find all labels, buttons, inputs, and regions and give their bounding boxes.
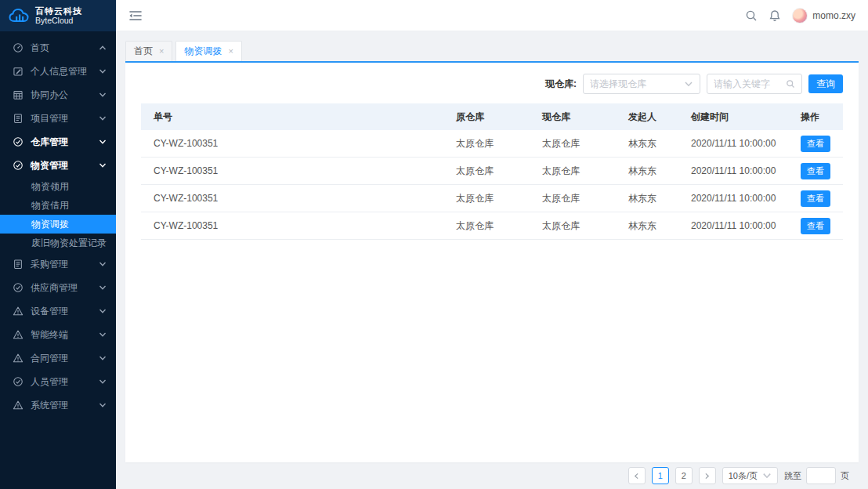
app-window: 百特云科技 ByteCloud 首页个人信息管理协同办公项目管理仓库管理物资管理… bbox=[0, 0, 868, 489]
chevron-down-icon bbox=[762, 471, 772, 480]
sidebar-item-profile[interactable]: 个人信息管理 bbox=[0, 60, 116, 83]
cell-created_at: 2020/11/11 10:00:00 bbox=[678, 138, 788, 149]
main-area: momo.zxy 首页×物资调拨× 现仓库: 请选择现仓库 bbox=[116, 0, 868, 489]
cell-order_no: CY-WZ-100351 bbox=[141, 193, 443, 204]
close-icon[interactable]: × bbox=[228, 47, 233, 56]
cell-to_warehouse: 太原仓库 bbox=[530, 137, 616, 150]
close-icon[interactable]: × bbox=[159, 47, 164, 56]
sidebar-item-terminal[interactable]: 智能终端 bbox=[0, 323, 116, 346]
edit-icon bbox=[13, 66, 24, 77]
jump-prefix-label: 跳至 bbox=[784, 470, 801, 482]
sidebar-item-supplier[interactable]: 供应商管理 bbox=[0, 276, 116, 299]
document-icon bbox=[13, 113, 24, 124]
page-size-value: 10条/页 bbox=[729, 470, 758, 482]
sidebar-item-office[interactable]: 协同办公 bbox=[0, 83, 116, 107]
warning-icon bbox=[13, 306, 24, 317]
chevron-up-icon bbox=[99, 44, 107, 52]
cell-created_at: 2020/11/11 10:00:00 bbox=[678, 220, 788, 231]
page-size-select[interactable]: 10条/页 bbox=[722, 467, 778, 484]
warning-icon bbox=[13, 329, 24, 340]
table-row: CY-WZ-100351太原仓库太原仓库林东东2020/11/11 10:00:… bbox=[141, 158, 843, 185]
cell-from_warehouse: 太原仓库 bbox=[443, 165, 530, 178]
sidebar-subitem-material-receive[interactable]: 物资领用 bbox=[0, 177, 116, 196]
cell-to_warehouse: 太原仓库 bbox=[530, 165, 616, 178]
view-button[interactable]: 查看 bbox=[801, 136, 830, 152]
cell-created_at: 2020/11/11 10:00:00 bbox=[678, 193, 788, 204]
sidebar-menu: 首页个人信息管理协同办公项目管理仓库管理物资管理物资领用物资借用物资调拨废旧物资… bbox=[0, 31, 116, 489]
prev-page-button[interactable] bbox=[628, 467, 646, 484]
sidebar-subitem-material-borrow[interactable]: 物资借用 bbox=[0, 196, 116, 215]
sidebar-item-warehouse[interactable]: 仓库管理 bbox=[0, 130, 116, 154]
cell-initiator: 林东东 bbox=[616, 192, 678, 205]
brand-name-cn: 百特云科技 bbox=[35, 6, 82, 16]
warehouse-filter-label: 现仓库: bbox=[545, 78, 577, 91]
chevron-down-icon bbox=[99, 138, 107, 146]
column-header-4: 创建时间 bbox=[678, 110, 788, 124]
view-button[interactable]: 查看 bbox=[801, 163, 830, 179]
sidebar-item-label: 智能终端 bbox=[31, 328, 99, 342]
table-body: CY-WZ-100351太原仓库太原仓库林东东2020/11/11 10:00:… bbox=[141, 130, 843, 240]
cell-created_at: 2020/11/11 10:00:00 bbox=[678, 165, 788, 176]
cell-order_no: CY-WZ-100351 bbox=[141, 165, 443, 176]
column-header-2: 现仓库 bbox=[530, 110, 616, 124]
cell-initiator: 林东东 bbox=[616, 165, 678, 178]
cell-to_warehouse: 太原仓库 bbox=[530, 219, 616, 233]
column-header-5: 操作 bbox=[788, 110, 843, 124]
sidebar-subitem-material-scrap[interactable]: 废旧物资处置记录 bbox=[0, 234, 116, 252]
search-icon[interactable] bbox=[745, 9, 758, 22]
bell-icon[interactable] bbox=[769, 9, 781, 22]
sidebar-item-device[interactable]: 设备管理 bbox=[0, 299, 116, 323]
tab-label: 首页 bbox=[134, 45, 153, 58]
sidebar-item-contract[interactable]: 合同管理 bbox=[0, 346, 116, 370]
sidebar-subitem-material-transfer[interactable]: 物资调拨 bbox=[0, 215, 116, 234]
column-header-3: 发起人 bbox=[616, 110, 678, 124]
brand-logo[interactable]: 百特云科技 ByteCloud bbox=[0, 0, 116, 31]
input-search-icon bbox=[786, 79, 795, 89]
chevron-down-icon bbox=[99, 378, 107, 386]
view-button[interactable]: 查看 bbox=[801, 190, 830, 207]
search-button[interactable]: 查询 bbox=[808, 74, 843, 93]
chevron-down-icon bbox=[99, 401, 107, 409]
cell-actions: 查看 bbox=[788, 190, 843, 207]
sidebar-item-purchase[interactable]: 采购管理 bbox=[0, 252, 116, 276]
compass-icon bbox=[13, 42, 24, 53]
jump-page-input[interactable] bbox=[806, 467, 836, 484]
view-button[interactable]: 查看 bbox=[801, 218, 830, 234]
page-button-1[interactable]: 1 bbox=[652, 467, 669, 484]
cloud-logo-icon bbox=[8, 7, 30, 24]
menu-fold-icon[interactable] bbox=[128, 9, 143, 23]
warehouse-select[interactable]: 请选择现仓库 bbox=[583, 74, 700, 94]
chevron-down-icon bbox=[99, 284, 107, 292]
table-header-row: 单号原仓库现仓库发起人创建时间操作 bbox=[141, 103, 843, 130]
sidebar-item-label: 系统管理 bbox=[31, 399, 99, 412]
cell-actions: 查看 bbox=[788, 218, 843, 234]
pagination: 1210条/页跳至页 bbox=[125, 462, 859, 489]
sidebar-item-label: 物资管理 bbox=[31, 159, 99, 172]
calendar-icon bbox=[13, 89, 24, 100]
next-page-button[interactable] bbox=[699, 467, 716, 484]
page-jump: 跳至页 bbox=[784, 467, 849, 484]
document-icon bbox=[13, 259, 24, 270]
sidebar-item-project[interactable]: 项目管理 bbox=[0, 107, 116, 130]
tab-material-transfer[interactable]: 物资调拨× bbox=[175, 41, 241, 61]
brand-name-en: ByteCloud bbox=[35, 16, 82, 25]
sidebar-item-personnel[interactable]: 人员管理 bbox=[0, 370, 116, 393]
sidebar-item-label: 供应商管理 bbox=[31, 281, 99, 295]
keyword-input[interactable] bbox=[714, 78, 786, 89]
content-card: 现仓库: 请选择现仓库 查询 bbox=[125, 63, 859, 462]
sidebar-item-label: 个人信息管理 bbox=[31, 65, 99, 78]
check-circle-icon bbox=[13, 160, 24, 171]
warning-icon bbox=[13, 400, 24, 411]
user-menu[interactable]: momo.zxy bbox=[792, 8, 855, 24]
records-table: 单号原仓库现仓库发起人创建时间操作 CY-WZ-100351太原仓库太原仓库林东… bbox=[141, 103, 843, 240]
warning-icon bbox=[13, 353, 24, 364]
sidebar-item-home[interactable]: 首页 bbox=[0, 36, 116, 60]
cell-initiator: 林东东 bbox=[616, 219, 678, 233]
username: momo.zxy bbox=[812, 10, 855, 21]
page-button-2[interactable]: 2 bbox=[675, 467, 693, 484]
tab-home[interactable]: 首页× bbox=[125, 41, 172, 61]
sidebar-item-system[interactable]: 系统管理 bbox=[0, 393, 116, 417]
sidebar-item-material[interactable]: 物资管理 bbox=[0, 154, 116, 177]
column-header-1: 原仓库 bbox=[443, 110, 530, 124]
topbar: momo.zxy bbox=[116, 0, 868, 31]
